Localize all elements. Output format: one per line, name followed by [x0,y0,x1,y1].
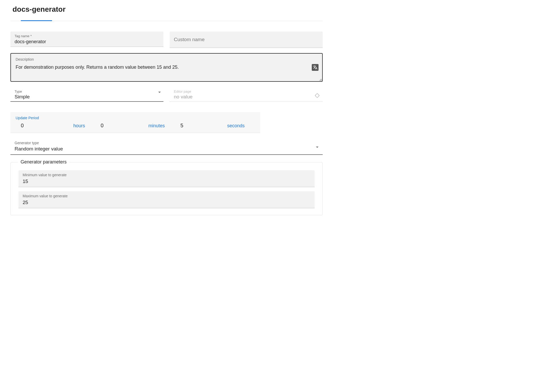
translate-icon[interactable] [312,64,319,71]
generator-type-label: Generator type [15,141,321,145]
chevron-down-icon [158,92,161,93]
min-value-field[interactable]: Minimum value to generate 15 [18,170,315,187]
custom-name-placeholder: Custom name [174,37,205,42]
tag-name-label: Tag name * [15,34,159,38]
max-value-label: Maximum value to generate [23,194,310,198]
type-value: Simple [15,94,30,99]
target-icon [314,93,320,98]
description-text: For demonstration purposes only. Returns… [16,64,317,71]
min-value-label: Minimum value to generate [23,173,310,177]
update-period-section: Update Period 0 hours 0 minutes 5 second… [10,112,260,133]
hours-unit: hours [73,123,96,129]
editor-page-field: Editor page no value [170,88,323,102]
hours-input[interactable]: 0 [16,123,42,129]
custom-name-field[interactable]: Custom name [170,31,323,48]
tag-name-field[interactable]: Tag name * docs-generator [10,31,163,47]
editor-page-label: Editor page [174,90,321,93]
editor-page-value: no value [174,94,193,99]
generator-parameters-legend: Generator parameters [18,159,69,165]
type-select[interactable]: Type Simple [10,88,163,102]
tag-name-value: docs-generator [15,39,159,45]
tab-indicator [21,20,52,21]
page-title: docs-generator [12,5,323,14]
tab-bar [10,21,323,21]
chevron-down-icon [316,147,319,148]
min-value: 15 [23,179,28,184]
minutes-input[interactable]: 0 [96,123,122,129]
update-period-label: Update Period [16,116,255,120]
seconds-input[interactable]: 5 [175,123,201,129]
type-label: Type [15,90,161,93]
generator-type-value: Random integer value [15,146,63,151]
svg-point-0 [316,94,319,97]
max-value-field[interactable]: Maximum value to generate 25 [18,191,315,208]
description-field[interactable]: Description For demonstration purposes o… [10,53,323,82]
minutes-unit: minutes [148,123,175,129]
generator-parameters-fieldset: Generator parameters Minimum value to ge… [10,162,323,215]
max-value: 25 [23,200,28,205]
generator-type-select[interactable]: Generator type Random integer value [10,139,323,155]
resize-handle-icon[interactable] [319,78,322,81]
description-label: Description [16,57,317,61]
seconds-unit: seconds [227,123,255,129]
